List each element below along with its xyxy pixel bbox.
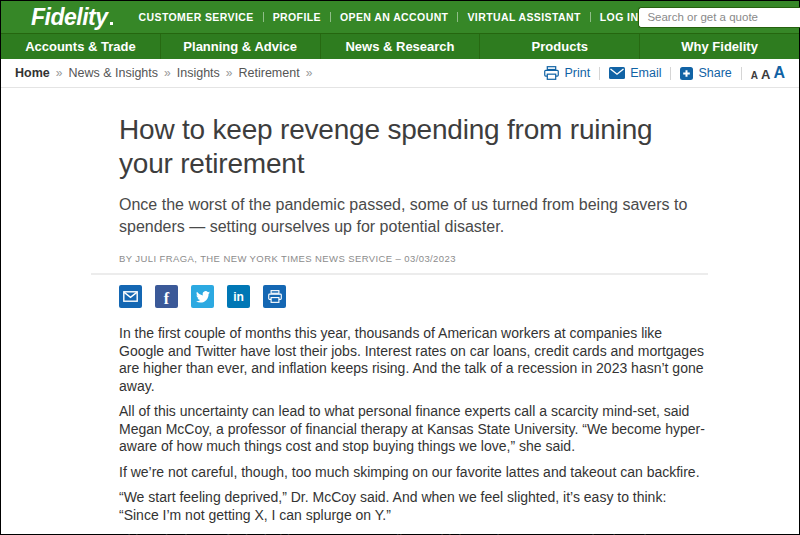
- font-size-small-button[interactable]: A: [751, 71, 758, 81]
- breadcrumb-separator: »: [306, 66, 313, 80]
- main-nav: Accounts & Trade Planning & Advice News …: [1, 33, 799, 59]
- divider: [590, 12, 591, 22]
- email-label: Email: [630, 66, 661, 80]
- link-open-an-account[interactable]: OPEN AN ACCOUNT: [340, 11, 448, 23]
- divider: [599, 67, 600, 80]
- social-share-row: f in: [119, 285, 708, 308]
- article-body: In the first couple of months this year,…: [91, 325, 708, 535]
- nav-item-products[interactable]: Products: [479, 34, 639, 59]
- divider: [457, 12, 458, 22]
- printer-icon: [544, 66, 559, 80]
- nav-item-accounts-trade[interactable]: Accounts & Trade: [1, 34, 160, 59]
- facebook-icon[interactable]: f: [155, 285, 178, 308]
- share-email-button[interactable]: [119, 285, 142, 308]
- print-label: Print: [564, 66, 590, 80]
- share-print-button[interactable]: [263, 285, 286, 308]
- article-paragraph: If we’re not careful, though, too much s…: [119, 464, 708, 482]
- share-label: Share: [698, 66, 731, 80]
- link-profile[interactable]: PROFILE: [273, 11, 321, 23]
- envelope-icon: [123, 291, 138, 302]
- divider: [670, 67, 671, 80]
- twitter-bird-glyph: [196, 291, 210, 303]
- share-button[interactable]: Share: [680, 66, 731, 80]
- link-log-in[interactable]: LOG IN: [600, 11, 639, 23]
- search-input[interactable]: [638, 7, 800, 28]
- link-customer-service[interactable]: CUSTOMER SERVICE: [139, 11, 254, 23]
- divider: [330, 12, 331, 22]
- breadcrumb-separator: »: [226, 66, 233, 80]
- breadcrumb-retirement[interactable]: Retirement: [239, 66, 300, 80]
- page-tools: Print Email Share A A A: [544, 65, 785, 81]
- top-header: Fidelity CUSTOMER SERVICE PROFILE OPEN A…: [1, 1, 799, 33]
- divider: [741, 67, 742, 80]
- breadcrumb-separator: »: [164, 66, 171, 80]
- twitter-icon[interactable]: [191, 285, 214, 308]
- link-virtual-assistant[interactable]: VIRTUAL ASSISTANT: [467, 11, 580, 23]
- facebook-f-glyph: f: [164, 291, 169, 307]
- share-plus-icon: [680, 67, 693, 80]
- utility-links: CUSTOMER SERVICE PROFILE OPEN AN ACCOUNT…: [139, 11, 639, 23]
- breadcrumb-separator: »: [56, 66, 63, 80]
- email-button[interactable]: Email: [609, 66, 661, 80]
- nav-item-why-fidelity[interactable]: Why Fidelity: [639, 34, 799, 59]
- article-paragraph: All of this uncertainty can lead to what…: [119, 403, 708, 456]
- font-size-large-button[interactable]: A: [773, 65, 785, 81]
- fidelity-logo[interactable]: Fidelity: [31, 6, 113, 28]
- article: How to keep revenge spending from ruinin…: [91, 113, 708, 535]
- article-byline: BY JULI FRAGA, THE NEW YORK TIMES NEWS S…: [119, 253, 708, 264]
- breadcrumb-bar: Home » News & Insights » Insights » Reti…: [1, 59, 799, 88]
- font-size-medium-button[interactable]: A: [761, 68, 770, 81]
- article-paragraph: “We start feeling deprived,” Dr. McCoy s…: [119, 489, 708, 524]
- article-paragraph: In the first couple of months this year,…: [119, 325, 708, 395]
- breadcrumb: Home » News & Insights » Insights » Reti…: [15, 66, 318, 80]
- linkedin-icon[interactable]: in: [227, 285, 250, 308]
- fidelity-logo-text: Fidelity: [31, 6, 108, 28]
- divider: [91, 273, 708, 275]
- search-bar: [638, 7, 800, 28]
- logo-registered-dot: [110, 22, 113, 25]
- breadcrumb-news-insights[interactable]: News & Insights: [68, 66, 158, 80]
- print-button[interactable]: Print: [544, 66, 590, 80]
- envelope-icon: [609, 67, 625, 79]
- breadcrumb-home[interactable]: Home: [15, 66, 50, 80]
- nav-item-news-research[interactable]: News & Research: [320, 34, 480, 59]
- linkedin-in-glyph: in: [233, 291, 244, 303]
- breadcrumb-insights[interactable]: Insights: [177, 66, 220, 80]
- divider: [263, 12, 264, 22]
- page: Fidelity CUSTOMER SERVICE PROFILE OPEN A…: [0, 0, 800, 535]
- article-title: How to keep revenge spending from ruinin…: [119, 113, 704, 181]
- article-subtitle: Once the worst of the pandemic passed, s…: [119, 194, 697, 238]
- nav-item-planning-advice[interactable]: Planning & Advice: [160, 34, 320, 59]
- printer-icon: [268, 290, 282, 303]
- font-size-controls: A A A: [751, 65, 785, 81]
